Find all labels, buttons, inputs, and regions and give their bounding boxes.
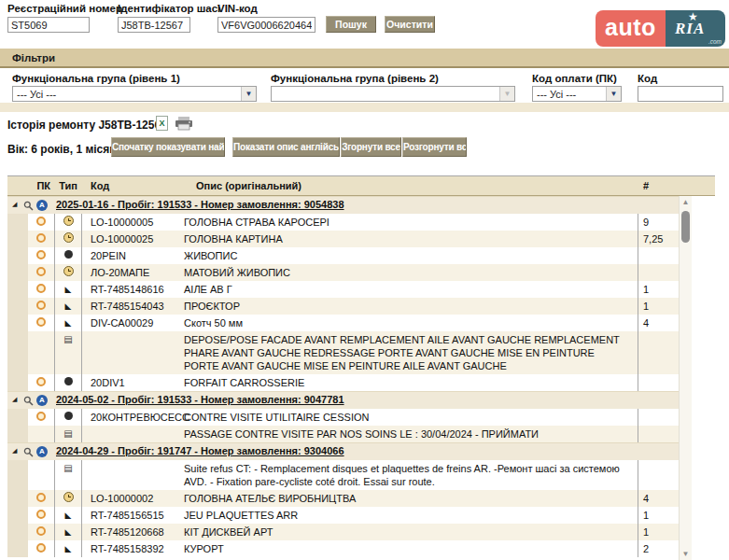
show-english-button[interactable]: Показати опис англійською [232, 137, 340, 157]
indent-cell [7, 264, 28, 281]
sort-oldest-button[interactable]: Спочатку показувати найст. [111, 137, 225, 157]
payment-info-icon[interactable] [36, 377, 46, 386]
code-label: Код [638, 73, 657, 84]
table-row: 20PEINЖИВОПИС [7, 247, 679, 264]
clear-button[interactable]: Очистити [385, 16, 435, 33]
export-excel-icon[interactable]: X [156, 116, 168, 131]
select-value: --- Усі --- [13, 87, 241, 101]
indent-cell [7, 281, 28, 298]
group-header-row[interactable]: ◢A2024-05-02 - Пробіг: 191533 - Номер за… [7, 391, 679, 409]
payment-info-icon[interactable] [36, 267, 46, 276]
search-button[interactable]: Пошук [326, 16, 376, 33]
type-cell [54, 214, 82, 231]
group-header-row[interactable]: ◢A2025-01-16 - Пробіг: 191533 - Номер за… [7, 196, 679, 214]
indent-cell [7, 524, 28, 540]
row-description: МАТОВИЙ ЖИВОПИС [177, 264, 638, 281]
table-row: 20DIV1FORFAIT CARROSSERIE [7, 374, 679, 391]
magnifier-icon[interactable] [23, 447, 34, 457]
payment-info-icon[interactable] [36, 412, 46, 421]
order-badge-icon[interactable]: A [36, 200, 48, 211]
chevron-down-icon[interactable]: ▼ [241, 87, 256, 101]
row-code: LO-10000025 [82, 231, 177, 247]
payment-info-icon[interactable] [36, 510, 46, 519]
chassis-id-input[interactable] [118, 17, 190, 33]
part-icon: ◣ [65, 511, 72, 520]
row-code [82, 460, 177, 490]
autoria-logo[interactable]: auto ★ RIA .com [596, 10, 725, 47]
expand-triangle-icon[interactable]: ◢ [12, 447, 17, 455]
clock-icon [63, 266, 74, 276]
note-icon: ▤ [63, 463, 72, 473]
expand-triangle-icon[interactable]: ◢ [12, 201, 17, 208]
row-qty: 1 [638, 507, 679, 524]
type-cell [54, 264, 82, 281]
row-description: ПРОЄКТОР [177, 298, 638, 315]
row-code: RT-7485120668 [82, 524, 177, 540]
group-title[interactable]: 2025-01-16 - Пробіг: 191533 - Номер замо… [56, 199, 344, 210]
indent-cell [7, 298, 28, 315]
payment-info-icon[interactable] [36, 284, 46, 293]
indent-cell [7, 540, 28, 557]
type-cell: ◣ [54, 281, 82, 298]
row-description: ГОЛОВНА КАРТИНА [177, 231, 638, 247]
payment-info-icon[interactable] [36, 217, 46, 226]
payment-info-icon[interactable] [36, 233, 46, 243]
func-group1-label: Функціональна група (рівень 1) [12, 73, 180, 84]
group-header-row[interactable]: ◢A2024-04-29 - Пробіг: 191747 - Номер за… [7, 442, 679, 460]
chevron-down-icon[interactable]: ▼ [606, 87, 621, 101]
type-cell: ▤ [54, 460, 82, 490]
type-cell [54, 247, 82, 264]
row-qty [638, 409, 679, 426]
logo-ria-part: ★ RIA .com [666, 10, 725, 47]
table-row: ▤DEPOSE/POSE FACADE AVANT REMPLACEMENT A… [7, 331, 679, 374]
vertical-scrollbar[interactable]: ▲ ▼ [679, 196, 692, 560]
row-description: Suite refus CT: - Remplacement disques e… [177, 460, 638, 490]
pk-cell [28, 507, 54, 524]
filters-header: Фільтри [0, 49, 729, 68]
payment-info-icon[interactable] [36, 301, 46, 310]
row-description: ЖИВОПИС [177, 247, 638, 264]
type-cell [54, 409, 82, 426]
payment-info-icon[interactable] [36, 250, 46, 259]
clock-icon [63, 232, 74, 243]
type-cell: ◣ [54, 540, 82, 557]
payment-info-icon[interactable] [36, 493, 46, 502]
order-badge-icon[interactable]: A [36, 446, 48, 457]
scroll-up-icon[interactable]: ▲ [680, 198, 692, 206]
expand-all-button[interactable]: Розгорнути все [402, 137, 467, 157]
magnifier-icon[interactable] [23, 201, 34, 211]
row-description: АІЛЕ АВ Г [177, 281, 638, 298]
payment-info-icon[interactable] [36, 543, 46, 553]
expand-triangle-icon[interactable]: ◢ [12, 396, 17, 403]
reg-number-field-group: Реєстраційний номер [7, 3, 122, 33]
row-description: Скотч 50 мм [177, 315, 638, 331]
order-badge-icon[interactable]: A [36, 395, 48, 406]
table-row: LO-10000002ГОЛОВНА АТЕЛЬЄ ВИРОБНИЦТВА4 [7, 490, 679, 507]
func-group1-select[interactable]: --- Усі --- ▼ [12, 86, 257, 102]
pk-cell [28, 247, 54, 264]
payment-info-icon[interactable] [36, 317, 46, 327]
scrollbar-thumb[interactable] [681, 211, 690, 243]
collapse-all-button[interactable]: Згорнути все [341, 137, 401, 157]
reg-number-input[interactable] [7, 17, 90, 33]
row-qty: 4 [638, 315, 679, 331]
scroll-down-icon[interactable]: ▼ [680, 550, 692, 558]
pk-cell [28, 490, 54, 507]
printer-icon[interactable] [175, 117, 192, 133]
payment-info-icon[interactable] [36, 526, 46, 536]
vin-input[interactable] [217, 17, 315, 33]
func-group2-select[interactable]: ▼ [271, 86, 515, 102]
history-header: Історія ремонту J58TB-12567 X Вік: 6 рок… [0, 112, 729, 166]
code-filter-input[interactable] [638, 86, 723, 102]
payment-code-select[interactable]: --- Усі --- ▼ [532, 86, 622, 102]
group-title[interactable]: 2024-04-29 - Пробіг: 191747 - Номер замо… [56, 445, 344, 456]
pk-cell [28, 460, 54, 490]
magnifier-icon[interactable] [23, 396, 34, 406]
group-title[interactable]: 2024-05-02 - Пробіг: 191533 - Номер замо… [56, 394, 344, 405]
filters-panel: Функціональна група (рівень 1) Функціона… [0, 68, 729, 103]
chevron-down-icon[interactable]: ▼ [499, 87, 514, 101]
row-description: FORFAIT CARROSSERIE [177, 374, 638, 391]
type-cell: ▤ [54, 331, 82, 374]
part-icon: ◣ [65, 527, 72, 537]
type-cell: ▤ [54, 426, 82, 442]
